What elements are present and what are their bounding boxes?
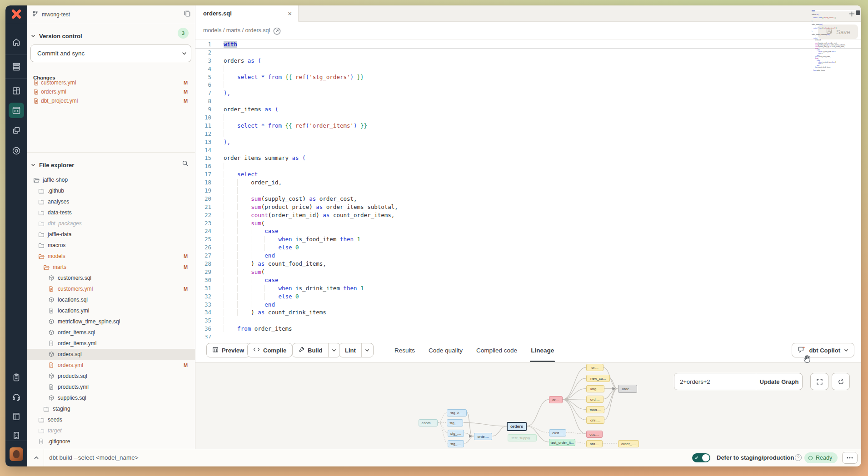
rail-item-clipboard[interactable]	[5, 368, 27, 387]
open-lineage-icon[interactable]	[272, 26, 282, 36]
code-line-34[interactable]: 34 ) as count_drink_items	[195, 308, 861, 317]
file-tree-item-analyses[interactable]: analyses	[27, 196, 195, 207]
code-line-17[interactable]: 17 select	[195, 170, 861, 178]
lineage-node-cust[interactable]: cust....	[549, 429, 566, 436]
compile-button[interactable]: Compile	[247, 343, 292, 357]
code-line-16[interactable]: 16	[195, 162, 861, 170]
rail-item-home[interactable]	[5, 33, 27, 51]
file-tree-item-order-items-yml[interactable]: order_items.yml	[27, 338, 195, 349]
code-line-27[interactable]: 27 end	[195, 252, 861, 260]
rail-item-windows[interactable]	[5, 121, 27, 139]
file-tree-item-data-tests[interactable]: data-tests	[27, 207, 195, 218]
lineage-node-stg_2[interactable]: stg_....	[447, 419, 463, 426]
file-tree-item-models[interactable]: modelsM	[27, 251, 195, 262]
code-line-31[interactable]: 31 when is_drink_item then 1	[195, 284, 861, 293]
version-control-header[interactable]: Version control	[31, 33, 82, 40]
file-tree-item-customers-sql[interactable]: customers.sql	[27, 273, 195, 283]
lint-button[interactable]: Lint	[339, 343, 374, 357]
file-tree-item-seeds[interactable]: seeds	[27, 414, 195, 425]
code-line-21[interactable]: 21 sum(product_price) as order_items_sub…	[195, 203, 861, 211]
code-line-10[interactable]: 10	[195, 114, 861, 122]
tab-compiled-code[interactable]: Compiled code	[476, 338, 517, 362]
code-line-7[interactable]: 7),	[195, 89, 861, 97]
code-line-3[interactable]: 3orders as (	[195, 57, 861, 65]
lineage-node-y_order3[interactable]: order_....	[618, 440, 639, 447]
lineage-node-y_larg[interactable]: larg....	[586, 385, 604, 392]
lineage-node-y_ord2[interactable]: ord....	[586, 440, 603, 447]
preview-button[interactable]: Preview	[206, 343, 250, 357]
refresh-button[interactable]	[832, 373, 850, 390]
code-line-37[interactable]: 37	[195, 333, 861, 338]
defer-toggle[interactable]	[692, 453, 710, 462]
rail-item-grid[interactable]	[5, 82, 27, 100]
lineage-node-y_food[interactable]: food....	[586, 406, 604, 413]
commit-and-sync-button[interactable]: Commit and sync	[30, 45, 191, 62]
code-line-1[interactable]: 1with	[195, 40, 861, 49]
file-tree-item-jaffle-data[interactable]: jaffle-data	[27, 229, 195, 240]
tab-lineage[interactable]: Lineage	[531, 338, 554, 362]
dbt-copilot-button[interactable]: dbt Copilot	[792, 343, 854, 357]
fullscreen-button[interactable]	[810, 373, 828, 390]
code-line-8[interactable]: 8	[195, 97, 861, 105]
code-line-29[interactable]: 29 sum(	[195, 268, 861, 276]
code-line-25[interactable]: 25 when is_food_item then 1	[195, 235, 861, 243]
branch-selector[interactable]: mwong-test	[32, 10, 70, 19]
code-line-14[interactable]: 14	[195, 146, 861, 154]
lineage-selector-input[interactable]: 2+orders+2	[674, 373, 756, 390]
file-tree-item-supplies-sql[interactable]: supplies.sql	[27, 392, 195, 403]
editor-minimap[interactable]: withorders as ( select * from {{ ref('st…	[812, 10, 857, 88]
lineage-node-or_p[interactable]: or....	[549, 396, 563, 403]
file-tree-item-products-sql[interactable]: products.sql	[27, 371, 195, 382]
code-line-37[interactable]	[812, 71, 857, 73]
code-line-15[interactable]: 15order_items_summary as (	[195, 154, 861, 162]
code-line-22[interactable]: 22 count(order_item_id) as count_order_i…	[195, 211, 861, 219]
rail-item-building[interactable]	[5, 426, 27, 445]
lineage-node-y_ord[interactable]: ord....	[586, 396, 604, 403]
copy-docs-icon[interactable]	[184, 10, 191, 19]
file-tree-item-customers-yml[interactable]: customers.ymlM	[27, 283, 195, 294]
code-line-35[interactable]: 35	[195, 317, 861, 325]
changed-file-row[interactable]: dbt_project.ymlM	[27, 96, 195, 105]
code-line-5[interactable]: 5 select * from {{ ref('stg_orders') }}	[195, 73, 861, 81]
expand-command-bar-icon[interactable]	[32, 453, 41, 462]
lineage-node-stg_o[interactable]: stg_o....	[447, 409, 467, 416]
lineage-node-g_orde[interactable]: orde....	[618, 385, 637, 393]
code-line-28[interactable]: 28 ) as count_food_items,	[195, 260, 861, 268]
file-tree-item-orders-sql[interactable]: orders.sql	[27, 349, 195, 360]
user-avatar[interactable]	[10, 447, 23, 461]
lineage-node-tsup[interactable]: test_supply...	[508, 434, 537, 441]
rail-item-compass[interactable]	[5, 142, 27, 160]
code-line-6[interactable]: 6	[195, 81, 861, 89]
file-tree-item-locations-sql[interactable]: locations.sql	[27, 294, 195, 305]
code-line-18[interactable]: 18 order_id,	[195, 178, 861, 187]
tab-orders-sql[interactable]: orders.sql ×	[195, 5, 299, 22]
tab-results[interactable]: Results	[394, 338, 415, 362]
file-tree-item-marts[interactable]: martsM	[27, 262, 195, 273]
file-tree-item-locations-yml[interactable]: locations.yml	[27, 305, 195, 316]
file-tree-item-macros[interactable]: macros	[27, 240, 195, 251]
lineage-node-p_cus[interactable]: cus....	[586, 431, 603, 438]
file-tree-item-staging[interactable]: staging	[27, 403, 195, 414]
lineage-node-stg_3[interactable]: stg_....	[448, 430, 464, 437]
search-icon[interactable]	[182, 160, 189, 168]
code-line-2[interactable]: 2	[195, 49, 861, 57]
file-tree-item-dbt-packages[interactable]: dbt_packages	[27, 218, 195, 229]
lineage-node-ecom[interactable]: ecom....	[419, 419, 438, 426]
file-tree-item-products-yml[interactable]: products.yml	[27, 382, 195, 392]
code-line-9[interactable]: 9order_items as (	[195, 105, 861, 114]
editor-scrollbar-thumb[interactable]	[856, 10, 860, 15]
help-icon[interactable]: ?	[795, 454, 802, 461]
code-editor[interactable]: 1with23orders as (4 5 select * from {{ r…	[195, 40, 861, 338]
code-line-19[interactable]: 19	[195, 187, 861, 195]
code-line-33[interactable]: 33 end	[195, 301, 861, 309]
code-line-12[interactable]: 12	[195, 130, 861, 138]
code-line-36[interactable]: 36 from order_items	[195, 325, 861, 333]
code-line-11[interactable]: 11 select * from {{ ref('order_items') }…	[195, 122, 861, 130]
changed-file-row[interactable]: customers.ymlM	[27, 78, 195, 87]
rail-item-notebook[interactable]	[5, 407, 27, 426]
code-line-26[interactable]: 26 else 0	[195, 243, 861, 252]
build-dropdown[interactable]	[328, 343, 340, 357]
lineage-node-orders[interactable]: orders	[507, 422, 527, 431]
lineage-node-test_oi[interactable]: test_order_it...	[549, 439, 575, 446]
code-line-20[interactable]: 20 sum(supply_cost) as order_cost,	[195, 195, 861, 203]
